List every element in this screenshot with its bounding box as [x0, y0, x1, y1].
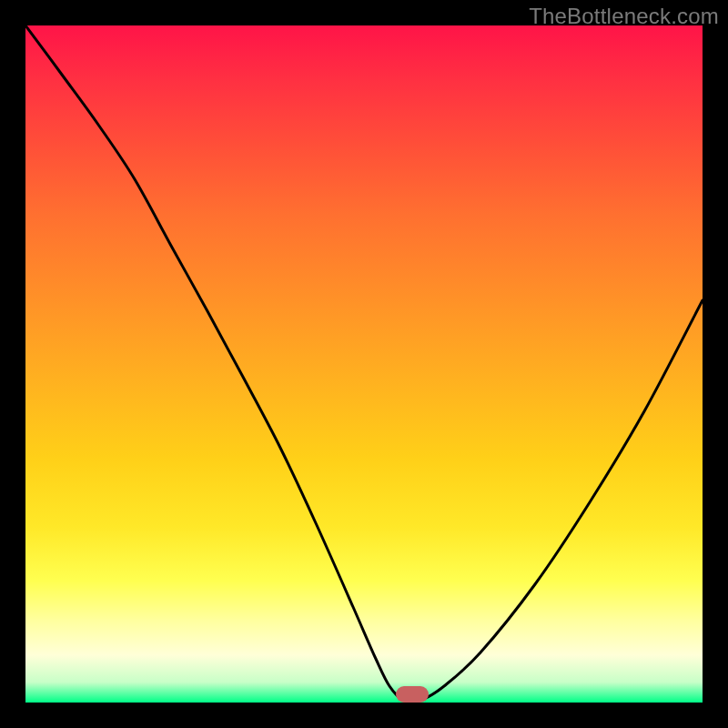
bottleneck-curve — [25, 25, 703, 703]
plot-area — [25, 25, 703, 703]
watermark-label: TheBottleneck.com — [529, 4, 719, 29]
chart-frame: TheBottleneck.com — [0, 0, 728, 728]
minimum-marker — [396, 686, 429, 703]
